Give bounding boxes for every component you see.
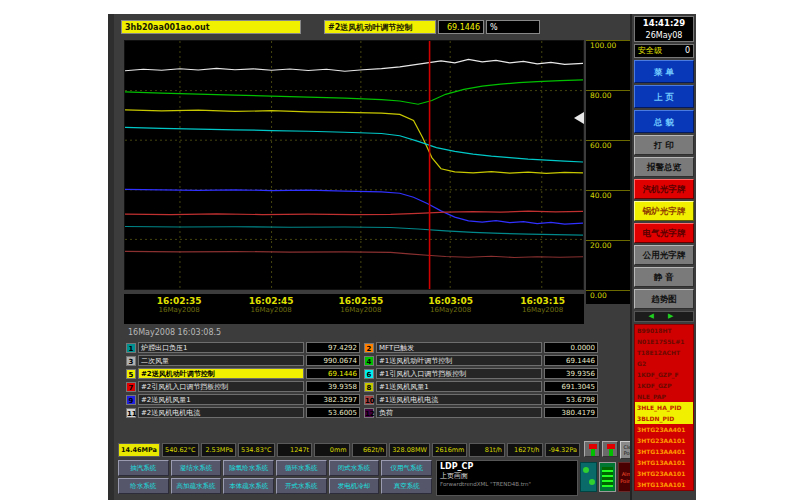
legend-row[interactable]: 12负荷380.4179 — [364, 407, 598, 418]
tag-item[interactable]: 1KDF_GZP_F — [635, 369, 693, 380]
system-button[interactable]: 抽汽系统 — [118, 460, 169, 476]
page-arrows[interactable]: ◀ ▶ — [634, 311, 694, 322]
legend-tag-label[interactable]: #2送风机风量1 — [138, 394, 304, 405]
x-tick-date: 16May2008 — [231, 306, 311, 314]
sidebar-button[interactable]: 上 页 — [634, 85, 694, 108]
system-button[interactable]: 仪用气系统 — [381, 460, 432, 476]
legend-row[interactable]: 4#1送风机动叶调节控制69.1446 — [364, 355, 598, 366]
legend-tag-label[interactable]: 负荷 — [376, 407, 542, 418]
legend-pen-number: 8 — [364, 382, 374, 392]
system-button[interactable]: 给水系统 — [118, 478, 169, 494]
x-tick: 16:02:4516May2008 — [231, 296, 311, 314]
sidebar-button[interactable]: 公用光字牌 — [634, 245, 694, 265]
legend-row[interactable]: 3二次风量990.0674 — [126, 355, 360, 366]
legend-tag-value: 53.6798 — [544, 394, 598, 405]
security-level-panel: 安全级 0 — [634, 44, 694, 58]
x-tick: 16:03:0516May2008 — [411, 296, 491, 314]
table-icon[interactable] — [599, 462, 616, 492]
legend-tag-label[interactable]: #1引风机入口调节挡板控制 — [376, 368, 542, 379]
tag-item[interactable]: N01E17S5L#1 — [635, 336, 693, 347]
sidebar-button[interactable]: 锅炉光字牌 — [634, 201, 694, 221]
ldp-prev-page[interactable]: 上页画面 — [440, 471, 574, 481]
system-button[interactable]: 发电机冷却 — [329, 478, 380, 494]
trend-curve — [125, 251, 583, 257]
system-button[interactable]: 循环水系统 — [276, 460, 327, 476]
legend-row[interactable]: 10#1送风机电机电流53.6798 — [364, 394, 598, 405]
system-buttons-row2: 给水系统高加疏水系统本体疏水系统开式水系统发电机冷却真空系统 — [118, 478, 432, 494]
legend-row[interactable]: 7#2引风机入口调节挡板控制39.9358 — [126, 381, 360, 392]
sidebar-button[interactable]: 电气光字牌 — [634, 223, 694, 243]
legend-tag-label[interactable]: MFT已触发 — [376, 342, 542, 353]
x-tick-time: 16:03:15 — [503, 296, 583, 306]
tag-item[interactable]: G2 — [635, 358, 693, 369]
status-value: 540.62°C — [162, 443, 199, 457]
security-value: 0 — [685, 45, 690, 57]
trend-plot-area[interactable] — [124, 40, 584, 290]
legend-tag-value: 691.3045 — [544, 381, 598, 392]
system-button[interactable]: 凝结水系统 — [171, 460, 222, 476]
tag-item[interactable]: 3HTG23AA401 — [635, 424, 693, 435]
tag-list: B99018HTN01E17S5L#1T18E12ACHTG21KDF_GZP_… — [634, 324, 694, 491]
sidebar-button[interactable]: 总 貌 — [634, 110, 694, 133]
tag-item[interactable]: NLE_PAP — [635, 391, 693, 402]
tag-item[interactable]: B99018HT — [635, 325, 693, 336]
system-button[interactable]: 高加疏水系统 — [171, 478, 222, 494]
legend-tag-label[interactable]: #2引风机入口调节挡板控制 — [138, 381, 304, 392]
legend-pen-number: 7 — [126, 382, 136, 392]
sidebar-button[interactable]: 菜 单 — [634, 60, 694, 83]
x-tick-time: 16:02:55 — [321, 296, 401, 306]
tag-item[interactable]: 3HTG13AA401 — [635, 446, 693, 457]
tag-item[interactable]: 1KDF_GZP — [635, 380, 693, 391]
system-button[interactable]: 本体疏水系统 — [223, 478, 274, 494]
legend-row[interactable]: 5#2送风机动叶调节控制69.1446 — [126, 368, 360, 379]
legend-tag-label[interactable]: 炉膛出口负压1 — [138, 342, 304, 353]
tag-item[interactable]: 3HTG23AA101 — [635, 468, 693, 479]
status-value: 2.53MPa — [201, 443, 237, 457]
sidebar-button[interactable]: 汽机光字牌 — [634, 179, 694, 199]
tag-item[interactable]: 3BLDN_PID — [635, 413, 693, 424]
selected-tag-field[interactable]: #2送风机动叶调节控制 — [324, 20, 436, 34]
legend-tag-value: 69.1446 — [306, 368, 360, 379]
legend-row[interactable]: 9#2送风机风量1382.3297 — [126, 394, 360, 405]
system-button[interactable]: 开式水系统 — [276, 478, 327, 494]
right-sidebar: 14:41:29 26May08 安全级 0 菜 单上 页总 貌打 印报警总览汽… — [630, 14, 696, 500]
security-label: 安全级 — [638, 45, 662, 57]
legend-row[interactable]: 6#1引风机入口调节挡板控制39.9356 — [364, 368, 598, 379]
sidebar-button[interactable]: 静 音 — [634, 267, 694, 287]
sidebar-button[interactable]: 趋势图 — [634, 289, 694, 309]
system-button[interactable]: 除氧给水系统 — [223, 460, 274, 476]
trend-curve — [125, 189, 583, 224]
sidebar-button[interactable]: 打 印 — [634, 135, 694, 155]
legend-pen-number: 10 — [364, 395, 374, 405]
system-button[interactable]: 真空系统 — [381, 478, 432, 494]
tag-item[interactable]: T18E12ACHT — [635, 347, 693, 358]
value-pointer-icon[interactable] — [574, 112, 584, 124]
system-button[interactable]: 闭式水系统 — [329, 460, 380, 476]
tag-item[interactable]: 3HLE_HA_PID — [635, 402, 693, 413]
legend-row[interactable]: 8#1送风机风量1691.3045 — [364, 381, 598, 392]
legend-row[interactable]: 1炉膛出口负压197.4292 — [126, 342, 360, 353]
legend-row[interactable]: 11#2送风机电机电流53.6005 — [126, 407, 360, 418]
trend-file-field[interactable]: 3hb20aa001ao.out — [121, 20, 301, 34]
tag-item[interactable]: 3HTG23AA101 — [635, 435, 693, 446]
tag-item[interactable]: 3HTG13AA101 — [635, 457, 693, 468]
legend-tag-label[interactable]: #1送风机电机电流 — [376, 394, 542, 405]
legend-row[interactable]: 2MFT已触发0.0000 — [364, 342, 598, 353]
ldp-trend-file: ForwardtrendXML "TREND4B.trn" — [440, 481, 574, 487]
legend-tag-value: 990.0674 — [306, 355, 360, 366]
valve-indicator-icon[interactable] — [602, 441, 618, 457]
legend-tag-label[interactable]: #1送风机风量1 — [376, 381, 542, 392]
plant-status-bar: 14.46MPa540.62°C2.53MPa534.83°C1247t0mm6… — [118, 443, 580, 457]
tag-item[interactable]: 3HTG13AA101 — [635, 479, 693, 490]
status-value: 328.08MW — [389, 443, 430, 457]
legend-tag-label[interactable]: #2送风机动叶调节控制 — [138, 368, 304, 379]
x-tick-date: 16May2008 — [503, 306, 583, 314]
sidebar-button[interactable]: 报警总览 — [634, 157, 694, 177]
legend-tag-label[interactable]: #1送风机动叶调节控制 — [376, 355, 542, 366]
clock-panel: 14:41:29 26May08 — [634, 16, 694, 42]
legend-tag-label[interactable]: #2送风机电机电流 — [138, 407, 304, 418]
legend-tag-label[interactable]: 二次风量 — [138, 355, 304, 366]
status-value: 2616mm — [432, 443, 468, 457]
valve-indicator-icon[interactable] — [584, 441, 600, 457]
molecule-icon[interactable] — [580, 462, 597, 492]
